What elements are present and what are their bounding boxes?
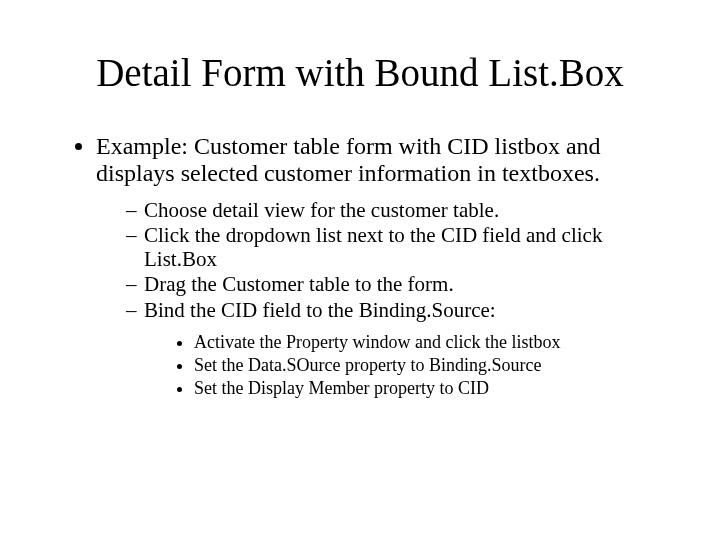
bullet-list-level2: Choose detail view for the customer tabl…	[96, 199, 650, 399]
slide: Detail Form with Bound List.Box Example:…	[0, 0, 720, 540]
bullet-item: Example: Customer table form with CID li…	[96, 133, 680, 398]
bullet-item: Drag the Customer table to the form.	[126, 273, 650, 297]
bullet-list-level3: Activate the Property window and click t…	[144, 332, 630, 398]
bullet-item: Set the Data.SOurce property to Binding.…	[194, 355, 630, 376]
bullet-text: Example: Customer table form with CID li…	[96, 133, 601, 186]
bullet-text: Set the Display Member property to CID	[194, 378, 489, 398]
bullet-item: Set the Display Member property to CID	[194, 378, 630, 399]
bullet-text: Drag the Customer table to the form.	[144, 272, 454, 296]
bullet-item: Click the dropdown list next to the CID …	[126, 224, 650, 271]
bullet-text: Set the Data.SOurce property to Binding.…	[194, 355, 541, 375]
bullet-item: Activate the Property window and click t…	[194, 332, 630, 353]
slide-title: Detail Form with Bound List.Box	[40, 50, 680, 95]
bullet-list-level1: Example: Customer table form with CID li…	[40, 133, 680, 398]
bullet-text: Bind the CID field to the Binding.Source…	[144, 298, 496, 322]
bullet-item: Bind the CID field to the Binding.Source…	[126, 299, 650, 399]
bullet-text: Choose detail view for the customer tabl…	[144, 198, 499, 222]
bullet-item: Choose detail view for the customer tabl…	[126, 199, 650, 223]
bullet-text: Activate the Property window and click t…	[194, 332, 560, 352]
bullet-text: Click the dropdown list next to the CID …	[144, 223, 602, 271]
